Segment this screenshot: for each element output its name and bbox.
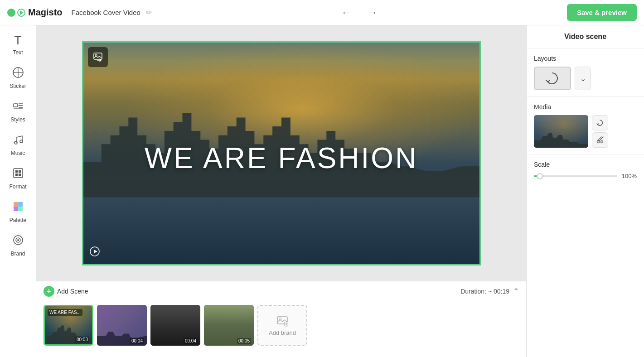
logo-play-icon xyxy=(20,10,24,15)
music-icon xyxy=(12,134,24,148)
video-canvas-wrapper: WE ARE FASHION xyxy=(36,25,526,281)
play-button[interactable] xyxy=(90,246,100,259)
scale-section: Scale 100% xyxy=(527,154,644,186)
header-nav: ← → xyxy=(338,5,381,20)
add-brand-label: Add brand xyxy=(269,329,296,336)
brand-icon xyxy=(12,234,24,249)
save-preview-button[interactable]: Save & preview xyxy=(567,4,637,21)
scene-thumb[interactable]: 00:05 xyxy=(204,305,254,346)
scale-label: Scale xyxy=(534,161,637,168)
svg-rect-16 xyxy=(18,202,23,207)
svg-marker-26 xyxy=(94,250,97,253)
media-trim-button[interactable] xyxy=(592,132,608,148)
panel-title: Video scene xyxy=(527,25,644,48)
sidebar-item-text[interactable]: T Text xyxy=(2,29,34,60)
sidebar-item-music[interactable]: Music xyxy=(2,129,34,161)
layout-thumb-1[interactable] xyxy=(534,67,571,90)
scene-duration-4: 00:05 xyxy=(237,338,251,344)
logo-circles xyxy=(7,9,25,17)
logo-text: Magisto xyxy=(28,7,63,18)
sidebar-item-palette[interactable]: Palette xyxy=(2,196,34,228)
back-button[interactable]: ← xyxy=(338,5,355,20)
svg-point-36 xyxy=(601,141,603,143)
sidebar-label-music: Music xyxy=(11,150,25,156)
duration-area: Duration: ~ 00:19 ⌃ xyxy=(460,287,519,295)
layouts-dropdown-button[interactable]: ⌄ xyxy=(575,67,591,90)
scale-slider[interactable] xyxy=(534,175,617,177)
header: Magisto Facebook Cover Video ✏ ← → Save … xyxy=(0,0,644,25)
svg-rect-3 xyxy=(14,104,18,107)
timeline-header: + Add Scene Duration: ~ 00:19 ⌃ xyxy=(36,281,526,301)
logo-circle-green-outline xyxy=(17,9,25,17)
project-title: Facebook Cover Video xyxy=(72,9,140,16)
svg-rect-18 xyxy=(18,207,23,211)
scene-text-label: WE ARE FAS... xyxy=(48,309,82,316)
scene-thumb[interactable]: 00:04 xyxy=(97,305,147,346)
add-brand-button[interactable]: Add brand xyxy=(257,305,307,346)
canvas-area: WE ARE FASHION xyxy=(36,25,526,357)
sidebar-label-text: Text xyxy=(13,49,23,56)
logo-area: Magisto xyxy=(7,7,63,18)
media-actions xyxy=(592,115,608,148)
svg-point-21 xyxy=(17,239,19,241)
forward-button[interactable]: → xyxy=(364,5,381,20)
sidebar-label-styles: Styles xyxy=(10,116,25,123)
svg-rect-14 xyxy=(19,174,21,176)
media-label: Media xyxy=(534,103,637,111)
sidebar-label-format: Format xyxy=(9,183,26,190)
format-icon xyxy=(12,167,24,182)
layout-refresh-icon xyxy=(543,69,562,87)
layouts-row: ⌄ xyxy=(534,67,637,90)
sidebar-item-styles[interactable]: Styles xyxy=(2,96,34,127)
svg-rect-17 xyxy=(14,207,18,211)
scene-duration-3: 00:04 xyxy=(184,338,198,344)
scale-row: 100% xyxy=(534,173,637,179)
logo-circle-green xyxy=(7,9,15,17)
right-panel: Video scene Layouts ⌄ Media xyxy=(526,25,644,357)
timeline-scenes: WE ARE FAS... 00:03 00:04 xyxy=(36,301,526,349)
sidebar-item-format[interactable]: Format xyxy=(2,163,34,194)
media-thumbnail[interactable] xyxy=(534,115,588,148)
scale-handle[interactable] xyxy=(537,173,543,179)
styles-icon xyxy=(12,100,24,115)
edit-icon[interactable]: ✏ xyxy=(146,8,152,17)
media-row xyxy=(534,115,637,148)
scene-duration-2: 00:04 xyxy=(130,338,144,344)
svg-rect-23 xyxy=(94,53,102,59)
sidebar: T Text Sticker xyxy=(0,25,36,357)
main-body: T Text Sticker xyxy=(0,25,644,357)
svg-rect-10 xyxy=(14,169,23,178)
svg-rect-15 xyxy=(14,202,18,207)
add-brand-icon xyxy=(276,315,288,327)
palette-icon xyxy=(12,201,24,215)
scale-value: 100% xyxy=(622,173,637,179)
add-scene-label: Add Scene xyxy=(57,288,88,295)
video-canvas: WE ARE FASHION xyxy=(82,41,481,265)
media-section: Media xyxy=(527,97,644,154)
scene-thumb[interactable]: 00:04 xyxy=(150,305,200,346)
svg-rect-12 xyxy=(19,170,21,173)
timeline: + Add Scene Duration: ~ 00:19 ⌃ W xyxy=(36,281,526,357)
scene-duration-1: 00:03 xyxy=(75,337,89,343)
video-main-text: WE ARE FASHION xyxy=(145,141,418,175)
add-scene-icon: + xyxy=(44,286,54,297)
sidebar-label-brand: Brand xyxy=(10,251,25,257)
collapse-timeline-button[interactable]: ⌃ xyxy=(513,287,519,295)
layouts-label: Layouts xyxy=(534,55,637,62)
media-refresh-button[interactable] xyxy=(592,115,608,130)
layouts-section: Layouts ⌄ xyxy=(527,48,644,97)
sidebar-label-palette: Palette xyxy=(10,217,26,223)
sidebar-item-brand[interactable]: Brand xyxy=(2,230,34,261)
sidebar-item-sticker[interactable]: Sticker xyxy=(2,62,34,94)
duration-label: Duration: ~ 00:19 xyxy=(460,288,509,295)
sidebar-label-sticker: Sticker xyxy=(10,83,26,89)
replace-scene-button[interactable] xyxy=(88,47,108,67)
add-scene-button[interactable]: + Add Scene xyxy=(44,286,88,297)
sticker-icon xyxy=(12,67,24,81)
svg-marker-34 xyxy=(534,133,588,148)
svg-rect-13 xyxy=(15,174,18,176)
header-left: Magisto Facebook Cover Video ✏ xyxy=(7,7,152,18)
scene-thumb[interactable]: WE ARE FAS... 00:03 xyxy=(44,305,93,346)
svg-rect-11 xyxy=(15,170,18,173)
text-icon: T xyxy=(15,34,22,48)
